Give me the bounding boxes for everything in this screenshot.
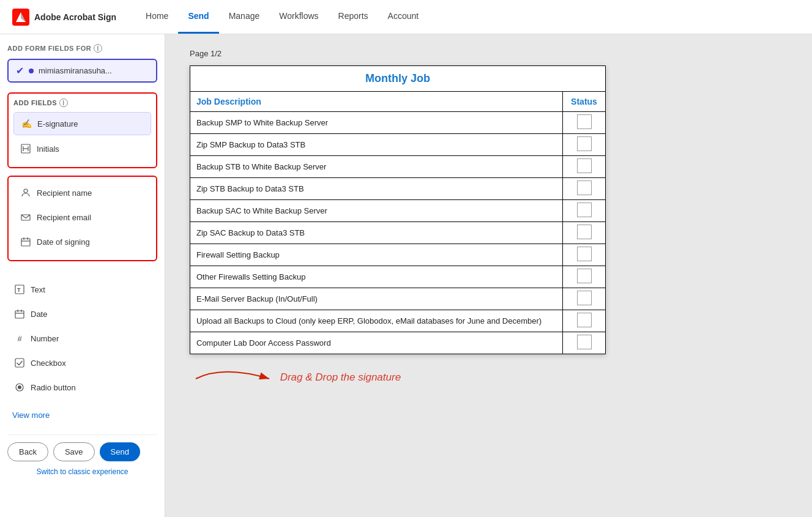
add-form-fields-info-icon[interactable]: i xyxy=(94,44,102,53)
row-status-cell xyxy=(563,266,606,288)
drag-drop-annotation: Drag & Drop the signature xyxy=(190,366,788,391)
row-description: Firewall Setting Backup xyxy=(190,244,563,266)
col-status: Status xyxy=(563,92,606,112)
app-title: Adobe Acrobat Sign xyxy=(34,12,116,22)
status-checkbox[interactable] xyxy=(577,291,592,305)
text-icon: T xyxy=(13,283,26,296)
field-recipient-name[interactable]: Recipient name xyxy=(13,182,151,204)
row-description: E-Mail Server Backup (In/Out/Full) xyxy=(190,288,563,310)
row-status-cell xyxy=(563,134,606,156)
row-status-cell xyxy=(563,332,606,354)
field-checkbox-label: Checkbox xyxy=(31,359,66,368)
other-fields-section: T Text Date # Number xyxy=(7,276,157,403)
field-number[interactable]: # Number xyxy=(7,327,157,349)
recipient-name: mimiasmiranasuha... xyxy=(39,66,149,75)
save-button[interactable]: Save xyxy=(53,442,95,461)
row-description: Backup SMP to White Backup Server xyxy=(190,112,563,134)
table-row: Zip SAC Backup to Data3 STB xyxy=(190,222,606,244)
svg-rect-14 xyxy=(15,311,24,318)
add-fields-primary-section: ADD FIELDS i ✍ E-signature Initials xyxy=(7,92,157,168)
add-fields-info-icon[interactable]: i xyxy=(59,99,68,107)
row-description: Computer Lab Door Access Password xyxy=(190,332,563,354)
recipient-chip[interactable]: ✔ mimiasmiranasuha... xyxy=(7,59,157,83)
auto-fields-section: Recipient name Recipient email xyxy=(7,176,157,261)
field-date-of-signing[interactable]: Date of signing xyxy=(13,231,151,253)
field-date-of-signing-label: Date of signing xyxy=(37,237,90,247)
status-checkbox[interactable] xyxy=(577,114,592,129)
table-row: E-Mail Server Backup (In/Out/Full) xyxy=(190,288,606,310)
status-checkbox[interactable] xyxy=(577,136,592,151)
check-icon: ✔ xyxy=(16,65,24,76)
svg-point-20 xyxy=(18,385,21,389)
row-description: Zip SAC Backup to Data3 STB xyxy=(190,222,563,244)
row-description: Backup STB to White Backup Server xyxy=(190,156,563,178)
field-radio[interactable]: Radio button xyxy=(7,376,157,398)
field-text-label: Text xyxy=(31,285,45,294)
nav-send[interactable]: Send xyxy=(178,0,218,34)
svg-rect-18 xyxy=(15,359,24,367)
content-area: Page 1/2 Monthly Job Job Description Sta… xyxy=(165,34,812,517)
row-status-cell xyxy=(563,156,606,178)
table-row: Backup SMP to White Backup Server xyxy=(190,112,606,134)
add-form-fields-label: ADD FORM FIELDS FOR i xyxy=(7,44,157,53)
table-row: Zip SMP Backup to Data3 STB xyxy=(190,134,606,156)
sidebar: ADD FORM FIELDS FOR i ✔ mimiasmiranasuha… xyxy=(0,34,165,517)
row-status-cell xyxy=(563,200,606,222)
svg-point-6 xyxy=(24,189,28,193)
send-button[interactable]: Send xyxy=(100,442,140,461)
field-initials-label: Initials xyxy=(37,144,59,154)
table-row: Other Firewalls Setting Backup xyxy=(190,266,606,288)
row-description: Zip STB Backup to Data3 STB xyxy=(190,178,563,200)
row-status-cell xyxy=(563,178,606,200)
nav-reports[interactable]: Reports xyxy=(329,0,378,34)
col-job-description: Job Description xyxy=(190,92,563,112)
field-initials[interactable]: Initials xyxy=(13,138,151,160)
adobe-icon xyxy=(12,9,29,26)
add-fields-label: ADD FIELDS i xyxy=(13,99,151,107)
row-status-cell xyxy=(563,288,606,310)
status-checkbox[interactable] xyxy=(577,335,592,349)
nav-account[interactable]: Account xyxy=(378,0,429,34)
status-checkbox[interactable] xyxy=(577,225,592,239)
recipient-name-icon xyxy=(20,187,32,199)
checkbox-icon xyxy=(13,357,26,369)
switch-classic-link[interactable]: Switch to classic experience xyxy=(7,467,157,476)
svg-text:T: T xyxy=(17,287,21,293)
esignature-icon: ✍ xyxy=(20,117,32,130)
back-button[interactable]: Back xyxy=(7,442,48,461)
logo: Adobe Acrobat Sign xyxy=(12,9,116,26)
date-of-signing-icon xyxy=(20,236,32,248)
field-text[interactable]: T Text xyxy=(7,278,157,300)
table-row: Upload all Backups to Cloud (only keep E… xyxy=(190,310,606,332)
row-description: Other Firewalls Setting Backup xyxy=(190,266,563,288)
field-esignature[interactable]: ✍ E-signature xyxy=(13,112,151,135)
bottom-buttons: Back Save Send xyxy=(7,434,157,461)
row-status-cell xyxy=(563,112,606,134)
nav-workflows[interactable]: Workflows xyxy=(269,0,328,34)
table-row: Firewall Setting Backup xyxy=(190,244,606,266)
table-row: Backup STB to White Backup Server xyxy=(190,156,606,178)
doc-title-row: Monthly Job xyxy=(190,66,606,92)
page-indicator: Page 1/2 xyxy=(190,49,788,58)
nav-home[interactable]: Home xyxy=(136,0,178,34)
field-esignature-label: E-signature xyxy=(37,119,78,128)
field-checkbox[interactable]: Checkbox xyxy=(7,352,157,374)
status-checkbox[interactable] xyxy=(577,180,592,195)
field-recipient-email[interactable]: Recipient email xyxy=(13,206,151,228)
field-radio-label: Radio button xyxy=(31,383,76,392)
status-checkbox[interactable] xyxy=(577,247,592,261)
table-row: Computer Lab Door Access Password xyxy=(190,332,606,354)
recipient-email-icon xyxy=(20,211,32,223)
status-checkbox[interactable] xyxy=(577,313,592,327)
radio-icon xyxy=(13,381,26,393)
status-checkbox[interactable] xyxy=(577,269,592,283)
row-status-cell xyxy=(563,222,606,244)
drag-drop-arrow-svg xyxy=(190,366,275,391)
field-date-label: Date xyxy=(31,310,47,319)
view-more-link[interactable]: View more xyxy=(7,408,54,422)
status-checkbox[interactable] xyxy=(577,158,592,173)
field-date[interactable]: Date xyxy=(7,303,157,325)
nav-manage[interactable]: Manage xyxy=(219,0,270,34)
row-description: Upload all Backups to Cloud (only keep E… xyxy=(190,310,563,332)
status-checkbox[interactable] xyxy=(577,203,592,217)
